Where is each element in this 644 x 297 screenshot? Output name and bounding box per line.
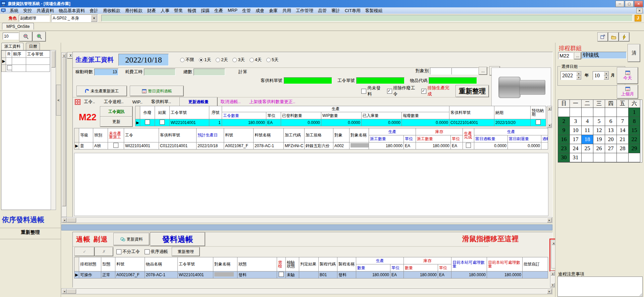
route-link[interactable]: 工令途程..	[104, 99, 123, 105]
calendar-day[interactable]: 9	[558, 126, 570, 135]
prod-qty-cell[interactable]: 180.0000	[369, 142, 404, 150]
shift-header[interactable]: 班別	[93, 128, 108, 142]
radio-icon[interactable]	[250, 58, 254, 62]
stock-unit-header[interactable]: 單位	[451, 135, 463, 142]
shift-cell[interactable]: A班	[93, 142, 108, 150]
prev-month-button[interactable]: 12 上個月	[617, 85, 638, 98]
issue-post-button[interactable]: 發料過帳	[151, 232, 205, 246]
tab-calendar[interactable]: 日曆	[26, 43, 40, 50]
workorder-link[interactable]: 工令..	[84, 99, 95, 105]
calendar-day[interactable]: 15	[628, 126, 640, 135]
spin-down-icon[interactable]: ▼	[576, 76, 581, 80]
scroll-up-icon[interactable]: ▲	[551, 271, 555, 275]
menu-item[interactable]: 成會	[253, 7, 267, 14]
no-split-checkbox-wrap[interactable]: 不分工令	[116, 249, 140, 255]
update-post-qty-button[interactable]: 更新過帳量	[180, 97, 217, 106]
menu-item[interactable]: 系統	[7, 7, 21, 14]
posted-cell[interactable]	[541, 142, 548, 150]
minimize-button[interactable]: ─	[615, 1, 624, 7]
scrap-qty-header[interactable]: 報廢數量	[402, 112, 449, 119]
fullday-post-button[interactable]: 12 整日資料過帳	[130, 86, 183, 96]
exclude-void-checkbox-wrap[interactable]: 排除作廢工令	[387, 85, 419, 97]
order-qty-header[interactable]: 工令數量	[222, 112, 266, 119]
calendar-day[interactable]: 5	[593, 117, 605, 126]
menu-item[interactable]: 客製模組	[363, 7, 385, 14]
calendar-day[interactable]: 3	[570, 117, 582, 126]
check-state-cell[interactable]: 未驗	[286, 271, 299, 279]
radio-unlimited[interactable]: 不限	[180, 57, 194, 63]
menu-item[interactable]: 共用	[280, 7, 293, 14]
count-field[interactable]	[194, 69, 225, 76]
radio-2day[interactable]: 2天	[216, 57, 228, 63]
supply-field[interactable]	[284, 77, 332, 84]
calendar-day[interactable]: 17	[570, 135, 582, 144]
day-rejected-cell[interactable]: 0.0000	[508, 142, 541, 150]
process-code-header[interactable]: 製程代碼	[319, 257, 337, 271]
exclude-void-checkbox[interactable]	[387, 89, 392, 94]
calendar-day[interactable]: 23	[558, 144, 570, 153]
stocked-qty-header[interactable]: 已入庫量	[362, 112, 402, 119]
posting-vertical-scrollbar[interactable]: ▲ ▼	[550, 271, 555, 288]
process-name-cell[interactable]: 發料	[337, 271, 356, 279]
refresh-button[interactable]: 重新整理	[456, 85, 489, 97]
est-due-header[interactable]: 預估納期	[531, 106, 546, 119]
left-refresh-button[interactable]: 重新整理	[0, 229, 61, 236]
redispatch-checkbox[interactable]	[113, 143, 118, 148]
spin-down-icon[interactable]: ▼	[604, 76, 609, 80]
grade-header[interactable]: 等級	[79, 128, 93, 142]
calendar-day[interactable]: 12	[593, 126, 605, 135]
prod-unit-header[interactable]: 單位	[390, 264, 404, 271]
calendar-day[interactable]: 18	[581, 135, 593, 144]
workorder-header[interactable]: 工令單號	[178, 257, 213, 271]
closed-cell[interactable]	[155, 119, 170, 126]
radio-icon[interactable]	[199, 58, 203, 62]
issued-qty-header[interactable]: 已發料數量	[281, 112, 321, 119]
day-rejected-header[interactable]: 當日剔退量	[508, 135, 541, 142]
judge-header[interactable]: 判定結果	[299, 257, 319, 271]
target-name-header[interactable]: 對象名稱	[350, 128, 369, 142]
exclude-done-checkbox-wrap[interactable]: 排除生產完成	[421, 85, 453, 97]
cur-qty-blue-cell[interactable]: 180.0000	[451, 271, 487, 279]
part-name-header[interactable]: 料號名稱	[254, 128, 284, 142]
scroll-left-icon[interactable]: ◄	[62, 218, 67, 222]
item-name-header[interactable]: 物品名稱	[145, 257, 178, 271]
calendar-day[interactable]: 30	[558, 153, 570, 162]
part-no-header[interactable]: 料號	[224, 128, 254, 142]
close-button[interactable]: ✕	[634, 1, 643, 7]
supply-no-header[interactable]: 客供料單號	[449, 106, 494, 119]
corner-badge[interactable]: J	[635, 15, 641, 22]
collapse-panel-button[interactable]: <	[56, 85, 61, 116]
done-header[interactable]: 生產完成	[463, 128, 474, 142]
closed-header[interactable]: 結案	[155, 106, 170, 119]
target-name-cell[interactable]	[213, 271, 237, 279]
redispatch-cell[interactable]	[108, 142, 124, 150]
calc-label[interactable]: 計算	[238, 69, 247, 75]
radio-icon[interactable]	[266, 58, 271, 62]
menu-item[interactable]: 物品基本資料	[56, 7, 87, 14]
menu-item[interactable]: 營業	[172, 7, 185, 14]
calendar-day[interactable]: 13	[605, 126, 617, 135]
calendar-day[interactable]: 7	[616, 117, 629, 126]
month-spinner[interactable]: ▲▼	[593, 71, 609, 80]
process-code-cell[interactable]: B01	[319, 271, 337, 279]
radio-4day[interactable]: 4天	[250, 57, 262, 63]
void-checkbox[interactable]	[145, 120, 150, 125]
item-name-cell[interactable]: 2078-AC-1	[145, 271, 178, 279]
scroll-up-icon[interactable]: ▲	[62, 53, 66, 58]
confirm-button[interactable]: ✓	[75, 247, 94, 256]
calendar-day[interactable]: 28	[616, 144, 629, 153]
scroll-right-icon[interactable]: ►	[547, 218, 552, 222]
column-header[interactable]: 順序	[12, 51, 26, 58]
posted-header[interactable]: 過帳	[541, 135, 548, 142]
type-cell[interactable]: 正常	[101, 271, 115, 279]
target-header[interactable]: 對象	[333, 128, 350, 142]
menu-item[interactable]: 倉庫	[267, 7, 280, 14]
prod-unit-cell[interactable]: EA	[404, 142, 416, 150]
position-combo[interactable]: A-SP02 _ 本身 ▼	[51, 14, 98, 22]
spent-field[interactable]	[144, 69, 175, 76]
cancel-button[interactable]: ✗	[95, 247, 113, 256]
order-row[interactable]: ▶ WI221014001 1 180.0000 EA 0.0000 0.000…	[136, 119, 546, 126]
calendar-day[interactable]: 20	[605, 135, 617, 144]
prod-qty-cell[interactable]: 180.0000	[356, 271, 390, 279]
menu-item[interactable]: 採購	[199, 7, 212, 14]
